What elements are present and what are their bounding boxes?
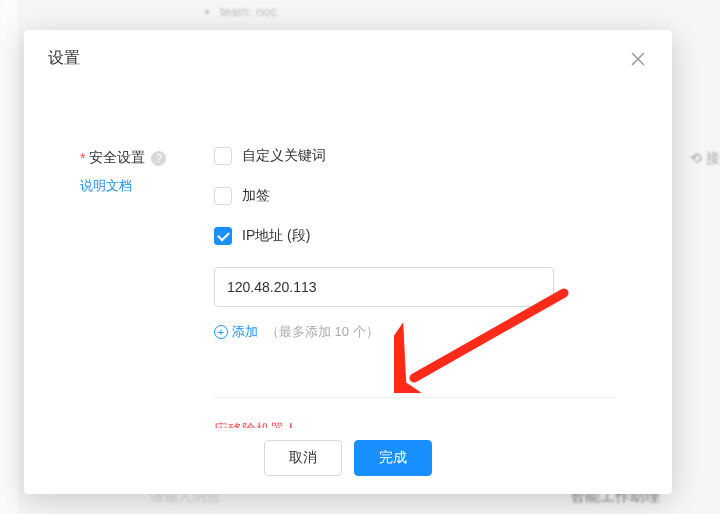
required-star: * [80, 150, 85, 166]
confirm-button[interactable]: 完成 [354, 440, 432, 476]
help-icon[interactable]: ? [151, 151, 166, 166]
bg-right-hint: ⟲ 接 [690, 150, 720, 168]
bg-list-item: team: noc [220, 4, 720, 19]
close-button[interactable] [628, 49, 648, 69]
add-label: 添加 [232, 323, 258, 341]
ip-address-input[interactable] [214, 267, 554, 307]
checkbox-signature[interactable] [214, 187, 232, 205]
doc-link[interactable]: 说明文档 [80, 177, 132, 195]
option-label: 加签 [242, 187, 270, 205]
plus-icon: + [214, 325, 228, 339]
modal-body: * 安全设置 ? 说明文档 自定义关键词 加签 IP地址 (段) [24, 87, 672, 428]
add-ip-button[interactable]: + 添加 [214, 323, 258, 341]
cancel-button[interactable]: 取消 [264, 440, 342, 476]
modal-title: 设置 [48, 48, 80, 69]
delete-robot-link[interactable]: 应移除机器人 [214, 421, 298, 428]
settings-modal: 设置 * 安全设置 ? 说明文档 自定义关键词 [24, 30, 672, 494]
option-ip-segment[interactable]: IP地址 (段) [214, 227, 616, 245]
option-signature[interactable]: 加签 [214, 187, 616, 205]
security-label: 安全设置 [89, 149, 145, 167]
add-hint: （最多添加 10 个） [266, 323, 379, 341]
close-icon [631, 52, 645, 66]
option-label: IP地址 (段) [242, 227, 310, 245]
option-custom-keyword[interactable]: 自定义关键词 [214, 147, 616, 165]
checkbox-custom-keyword[interactable] [214, 147, 232, 165]
option-label: 自定义关键词 [242, 147, 326, 165]
modal-header: 设置 [24, 30, 672, 87]
checkbox-ip-segment[interactable] [214, 227, 232, 245]
modal-footer: 取消 完成 [24, 428, 672, 494]
